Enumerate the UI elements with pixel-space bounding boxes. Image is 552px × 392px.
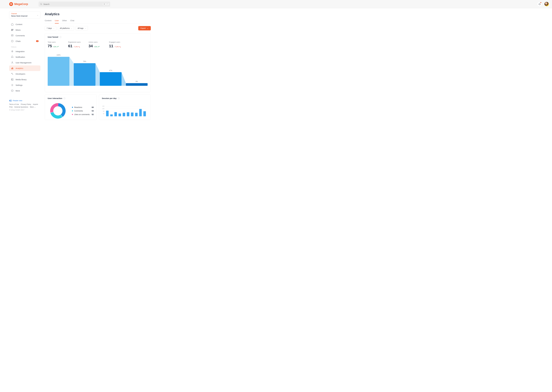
settings-icon bbox=[11, 84, 14, 86]
funnel-stat: Engaged users 11 -7.2% bbox=[109, 41, 129, 48]
sidebar-item-label: Integration bbox=[16, 50, 25, 52]
filter-tags[interactable]: All tags ⌄ bbox=[76, 26, 88, 30]
integration-icon bbox=[11, 50, 14, 53]
footer-links: Terms of UsePrivacy PolicyImprintFAQGene… bbox=[9, 103, 40, 108]
card-user-interaction: User interaction i Reactions69Comments54… bbox=[45, 95, 97, 120]
sidebar-item-user-management[interactable]: User Management bbox=[9, 60, 40, 65]
svg-rect-14 bbox=[11, 68, 12, 69]
info-icon[interactable]: i bbox=[64, 98, 65, 99]
sidebar-item-more[interactable]: More bbox=[9, 88, 40, 93]
sidebar-item-media-library[interactable]: Media library bbox=[9, 77, 40, 82]
svg-point-0 bbox=[40, 3, 42, 5]
footer-link[interactable]: FAQ bbox=[9, 106, 13, 108]
chevron-down-icon: ⌄ bbox=[37, 14, 38, 16]
svg-point-22 bbox=[12, 91, 12, 91]
legend-item: Reactions69 bbox=[72, 105, 94, 109]
sidebar-item-settings[interactable]: Settings bbox=[9, 82, 40, 88]
legend-dot-icon bbox=[72, 110, 73, 111]
sidebar-item-label: Analytics bbox=[16, 67, 23, 69]
sidebar: Channel News feed channel ⌄ ContentMixes… bbox=[0, 8, 43, 120]
footer-link[interactable]: General Questions bbox=[14, 106, 28, 108]
sidebar-item-developers[interactable]: Developers bbox=[9, 71, 40, 77]
sidebar-item-label: Notification bbox=[16, 56, 25, 58]
search-input[interactable] bbox=[43, 3, 101, 5]
mixes-icon bbox=[11, 29, 14, 31]
svg-rect-43 bbox=[114, 112, 117, 116]
donut-legend: Reactions69Comments54Likes on comments52 bbox=[72, 105, 94, 116]
footer-link[interactable]: More ⌄ bbox=[30, 106, 35, 108]
chats-icon bbox=[11, 40, 14, 42]
svg-rect-12 bbox=[12, 51, 13, 52]
tab-content[interactable]: Content bbox=[45, 19, 51, 23]
tab-chat[interactable]: Chat bbox=[70, 19, 74, 23]
svg-text:78%: 78% bbox=[83, 61, 86, 62]
notifications-button[interactable] bbox=[537, 2, 542, 7]
sidebar-item-mixes[interactable]: Mixes bbox=[9, 27, 40, 33]
card-title: Session per day bbox=[102, 97, 117, 99]
info-icon[interactable]: i bbox=[60, 36, 61, 38]
svg-text:100: 100 bbox=[102, 108, 104, 109]
svg-rect-48 bbox=[135, 113, 138, 116]
donut-chart bbox=[48, 102, 68, 120]
sidebar-item-label: Content bbox=[16, 23, 22, 25]
svg-rect-16 bbox=[13, 68, 13, 69]
user-icon bbox=[11, 61, 14, 64]
tab-other[interactable]: Other bbox=[62, 19, 67, 23]
sidebar-item-notification[interactable]: Notification bbox=[9, 54, 40, 60]
sidebar-item-content[interactable]: Content bbox=[9, 21, 40, 27]
sidebar-item-comments[interactable]: Comments bbox=[9, 33, 40, 38]
svg-point-10 bbox=[12, 41, 12, 41]
chevron-down-icon: ⌄ bbox=[53, 27, 54, 29]
card-user-funnel: User funnel i Total users 75 +2% Registe… bbox=[45, 33, 151, 92]
sidebar-item-label: Mixes bbox=[16, 29, 21, 31]
tab-user[interactable]: User bbox=[55, 19, 59, 23]
toggle-icon bbox=[9, 100, 12, 101]
filters-row: 7 days ⌄ All platforms ⌄ All tags ⌄ Expo… bbox=[45, 26, 151, 30]
svg-rect-47 bbox=[131, 112, 134, 116]
comments-icon bbox=[11, 34, 14, 37]
brand-logo[interactable]: M MegaCorp bbox=[9, 2, 28, 6]
trend-up-icon bbox=[57, 46, 58, 47]
funnel-stat: Total users 75 +2% bbox=[48, 41, 68, 48]
funnel-stat: Active users 34 +2% bbox=[89, 41, 109, 48]
legend-item: Likes on comments52 bbox=[72, 113, 94, 116]
search-field[interactable]: ⌘F bbox=[39, 1, 110, 7]
developers-icon bbox=[11, 73, 14, 75]
svg-rect-26 bbox=[48, 57, 69, 86]
export-button[interactable]: Export ⌄ bbox=[138, 26, 151, 30]
sidebar-item-label: Media library bbox=[16, 78, 27, 81]
svg-rect-30 bbox=[100, 72, 121, 86]
tabs: ContentUserOtherChat bbox=[45, 19, 151, 23]
svg-rect-44 bbox=[119, 113, 121, 116]
sidebar-item-chats[interactable]: Chats2 bbox=[9, 38, 40, 44]
svg-rect-2 bbox=[11, 29, 13, 29]
sidebar-item-label: Settings bbox=[16, 84, 22, 86]
svg-rect-50 bbox=[143, 111, 146, 116]
sidebar-item-integration[interactable]: Integration bbox=[9, 49, 40, 54]
legend-item: Comments54 bbox=[72, 109, 94, 113]
svg-text:47%: 47% bbox=[109, 70, 112, 71]
svg-point-13 bbox=[12, 62, 13, 63]
footer-link[interactable]: Imprint bbox=[33, 103, 38, 105]
channel-selector[interactable]: Channel News feed channel ⌄ bbox=[9, 11, 40, 18]
sidebar-item-analytics[interactable]: Analytics bbox=[9, 65, 40, 71]
filter-date-range[interactable]: 7 days ⌄ bbox=[45, 26, 56, 30]
info-icon[interactable]: i bbox=[118, 98, 120, 99]
badge: 2 bbox=[36, 40, 39, 42]
sidebar-item-label: Chats bbox=[16, 40, 21, 42]
svg-rect-32 bbox=[126, 83, 148, 86]
user-avatar[interactable] bbox=[544, 2, 549, 6]
media-icon bbox=[11, 78, 14, 81]
chevron-down-icon: ⌄ bbox=[85, 27, 86, 29]
svg-text:100%: 100% bbox=[57, 54, 60, 56]
footer-link[interactable]: Privacy Policy bbox=[21, 103, 31, 105]
legend-dot-icon bbox=[72, 107, 73, 108]
page-title: Analytics bbox=[45, 12, 151, 16]
filter-platform[interactable]: All platforms ⌄ bbox=[58, 26, 74, 30]
chevron-down-icon: ⌄ bbox=[71, 27, 72, 29]
reader-view-toggle[interactable]: Reader view bbox=[9, 100, 40, 102]
sidebar-nav: ContentMixesCommentsChats2 bbox=[9, 21, 40, 44]
footer-link[interactable]: Terms of Use bbox=[9, 103, 19, 105]
brand-logo-icon: M bbox=[9, 2, 13, 6]
funnel-chart: 100%78%47%9% bbox=[45, 50, 151, 92]
